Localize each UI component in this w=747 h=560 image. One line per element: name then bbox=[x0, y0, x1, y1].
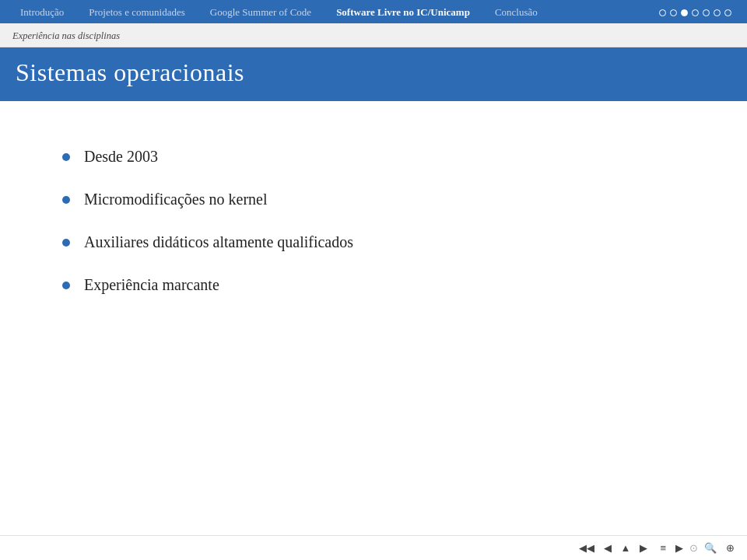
bullet-dot-2 bbox=[62, 196, 70, 204]
nav-prev-button[interactable]: ◀ bbox=[601, 541, 615, 555]
title-block: Sistemas operacionais bbox=[0, 47, 747, 101]
breadcrumb: Experiência nas disciplinas bbox=[0, 23, 747, 47]
dot-6 bbox=[714, 9, 721, 16]
bullet-dot-4 bbox=[62, 282, 70, 289]
bullet-text-3: Auxiliares didáticos altamente qualifica… bbox=[84, 233, 353, 251]
dot-7 bbox=[724, 9, 731, 16]
dot-3 bbox=[681, 9, 688, 16]
zoom-button[interactable]: ⊕ bbox=[723, 541, 738, 555]
nav-item-projetos[interactable]: Projetos e comunidades bbox=[76, 6, 197, 19]
bullet-text-4: Experiência marcante bbox=[84, 276, 219, 294]
list-item: Desde 2003 bbox=[62, 148, 685, 166]
bullet-text-2: Micromodificações no kernel bbox=[84, 191, 267, 208]
list-item: Micromodificações no kernel bbox=[62, 191, 685, 208]
bullet-dot-1 bbox=[62, 153, 70, 161]
breadcrumb-text: Experiência nas disciplinas bbox=[12, 30, 120, 41]
nav-item-introducao[interactable]: Introdução bbox=[8, 6, 76, 19]
menu-button[interactable]: ≡ bbox=[657, 541, 669, 555]
progress-dots bbox=[659, 9, 731, 16]
nav-item-gsoc[interactable]: Google Summer of Code bbox=[198, 6, 324, 19]
list-item: Experiência marcante bbox=[62, 276, 685, 294]
play-button[interactable]: ▶ bbox=[672, 541, 686, 555]
dot-1 bbox=[659, 9, 666, 16]
nav-first-button[interactable]: ◀◀ bbox=[576, 541, 598, 555]
nav-up-button[interactable]: ▲ bbox=[618, 541, 634, 555]
controls-divider-2: ⊙ bbox=[689, 542, 698, 555]
nav-next-button[interactable]: ▶ bbox=[637, 541, 651, 555]
list-item: Auxiliares didáticos altamente qualifica… bbox=[62, 233, 685, 251]
bottom-controls: ◀◀ ◀ ▲ ▶ ≡ ▶ ⊙ 🔍 ⊕ bbox=[576, 541, 738, 555]
search-button[interactable]: 🔍 bbox=[701, 541, 720, 555]
dot-5 bbox=[703, 9, 710, 16]
nav-items: Introdução Projetos e comunidades Google… bbox=[8, 6, 659, 19]
main-content: Desde 2003 Micromodificações no kernel A… bbox=[0, 101, 747, 366]
nav-item-software-livre[interactable]: Software Livre no IC/Unicamp bbox=[324, 6, 482, 19]
nav-item-conclusao[interactable]: Conclusão bbox=[482, 6, 550, 19]
dot-2 bbox=[670, 9, 677, 16]
bottom-bar: ◀◀ ◀ ▲ ▶ ≡ ▶ ⊙ 🔍 ⊕ bbox=[0, 535, 747, 560]
slide-title: Sistemas operacionais bbox=[16, 58, 731, 87]
bullet-text-1: Desde 2003 bbox=[84, 148, 158, 166]
nav-bar: Introdução Projetos e comunidades Google… bbox=[0, 0, 747, 23]
bullet-list: Desde 2003 Micromodificações no kernel A… bbox=[62, 148, 685, 294]
dot-4 bbox=[692, 9, 699, 16]
bullet-dot-3 bbox=[62, 239, 70, 247]
